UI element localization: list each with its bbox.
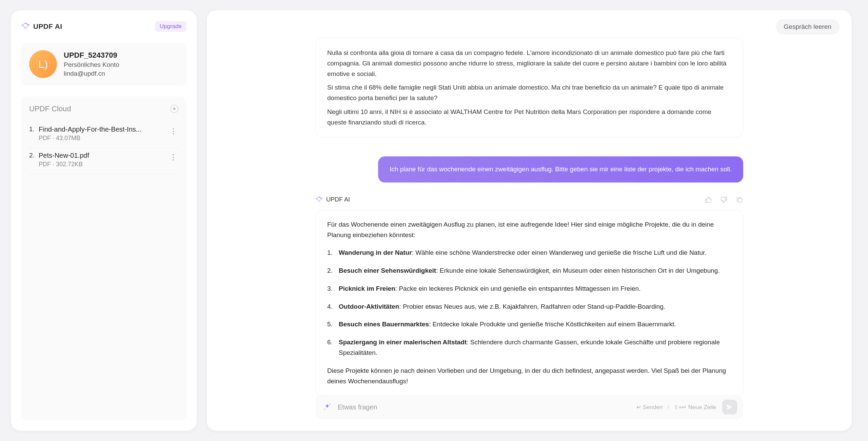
- copy-button[interactable]: [736, 196, 743, 204]
- file-item[interactable]: 2. Pets-New-01.pdf PDF · 302.72KB ⋮: [29, 148, 178, 174]
- user-message: Ich plane für das wochenende einen zweit…: [378, 156, 743, 183]
- sidebar: UPDF AI Upgrade L) UPDF_5243709 Persönli…: [11, 10, 197, 431]
- item-text: Picknick im Freien: Packe ein leckeres P…: [339, 284, 640, 294]
- sidebar-header: UPDF AI Upgrade: [21, 21, 186, 32]
- logo-icon: [21, 22, 30, 31]
- file-name: Find-and-Apply-For-the-Best-Ins...: [39, 126, 165, 133]
- file-item[interactable]: 1. Find-and-Apply-For-the-Best-Ins... PD…: [29, 122, 178, 148]
- assistant-paragraph: Nulla si confronta alla gioia di tornare…: [327, 48, 731, 79]
- file-meta: PDF · 302.72KB: [39, 161, 165, 168]
- account-type: Persönliches Konto: [64, 61, 119, 69]
- chat-area: Nulla si confronta alla gioia di tornare…: [207, 38, 852, 395]
- thumbs-up-button[interactable]: [705, 196, 712, 204]
- file-name: Pets-New-01.pdf: [39, 152, 165, 159]
- add-file-button[interactable]: +: [170, 105, 178, 113]
- item-number: 5.: [327, 319, 335, 330]
- response-logo-text: UPDF AI: [326, 196, 350, 203]
- cloud-title: UPDF Cloud: [29, 104, 71, 113]
- input-bar: ↵ Senden / ⇧+↵ Neue Zeile: [207, 395, 852, 431]
- svg-point-2: [324, 409, 325, 410]
- response-item: 1.Wanderung in der Natur: Wähle eine sch…: [327, 248, 731, 258]
- assistant-paragraph: Negli ultimi 10 anni, il NIH si è associ…: [327, 107, 731, 128]
- item-number: 4.: [327, 302, 335, 312]
- response-outro: Diese Projekte können je nach deinen Vor…: [327, 366, 731, 387]
- response-item: 5.Besuch eines Bauernmarktes: Entdecke l…: [327, 319, 731, 330]
- upgrade-button[interactable]: Upgrade: [155, 21, 186, 32]
- input-hints: ↵ Senden / ⇧+↵ Neue Zeile: [636, 404, 716, 411]
- thumbs-down-button[interactable]: [720, 196, 728, 204]
- file-index: 2.: [29, 152, 36, 159]
- response-list: 1.Wanderung in der Natur: Wähle eine sch…: [327, 248, 731, 358]
- response-intro: Für das Wochenende einen zweitägigen Aus…: [327, 219, 731, 241]
- item-number: 1.: [327, 248, 335, 258]
- chat-input[interactable]: [338, 403, 630, 411]
- item-number: 3.: [327, 284, 335, 294]
- item-text: Besuch einer Sehenswürdigkeit: Erkunde e…: [339, 266, 720, 276]
- send-hint: ↵ Senden: [636, 404, 663, 411]
- item-text: Spaziergang in einer malerischen Altstad…: [339, 337, 731, 358]
- account-email: linda@updf.cn: [64, 70, 119, 77]
- svg-rect-0: [738, 198, 742, 202]
- logo-text: UPDF AI: [33, 22, 62, 31]
- item-text: Outdoor-Aktivitäten: Probier etwas Neues…: [339, 302, 665, 312]
- item-text: Wanderung in der Natur: Wähle eine schön…: [339, 248, 707, 258]
- file-body: Find-and-Apply-For-the-Best-Ins... PDF ·…: [39, 126, 165, 142]
- response-item: 2.Besuch einer Sehenswürdigkeit: Erkunde…: [327, 266, 731, 276]
- response-actions: [705, 196, 743, 204]
- user-message-row: Ich plane für das wochenende einen zweit…: [315, 156, 743, 183]
- file-meta: PDF · 43.07MB: [39, 135, 165, 142]
- account-name: UPDF_5243709: [64, 51, 119, 60]
- clear-chat-button[interactable]: Gespräch leeren: [776, 19, 840, 35]
- response-header: UPDF AI: [315, 196, 743, 204]
- input-container: ↵ Senden / ⇧+↵ Neue Zeile: [315, 395, 743, 419]
- main-header: Gespräch leeren: [207, 10, 852, 38]
- file-more-button[interactable]: ⋮: [168, 126, 178, 137]
- cloud-card: UPDF Cloud + 1. Find-and-Apply-For-the-B…: [21, 96, 186, 420]
- newline-hint: ⇧+↵ Neue Zeile: [674, 404, 716, 411]
- assistant-response: Für das Wochenende einen zweitägigen Aus…: [315, 210, 743, 395]
- send-button[interactable]: [722, 400, 737, 415]
- main-panel: Gespräch leeren Nulla si confronta alla …: [207, 10, 852, 431]
- logo-icon: [315, 196, 323, 204]
- response-item: 4.Outdoor-Aktivitäten: Probier etwas Neu…: [327, 302, 731, 312]
- item-text: Besuch eines Bauernmarktes: Entdecke lok…: [339, 319, 676, 330]
- account-card[interactable]: L) UPDF_5243709 Persönliches Konto linda…: [21, 43, 186, 85]
- file-body: Pets-New-01.pdf PDF · 302.72KB: [39, 152, 165, 168]
- account-info: UPDF_5243709 Persönliches Konto linda@up…: [64, 51, 119, 77]
- avatar: L): [29, 50, 57, 78]
- item-number: 6.: [327, 337, 335, 358]
- sparkle-icon: [323, 403, 332, 411]
- logo: UPDF AI: [21, 22, 62, 31]
- response-item: 3.Picknick im Freien: Packe ein leckeres…: [327, 284, 731, 294]
- file-more-button[interactable]: ⋮: [168, 152, 178, 163]
- file-index: 1.: [29, 126, 36, 133]
- response-item: 6.Spaziergang in einer malerischen Altst…: [327, 337, 731, 358]
- item-number: 2.: [327, 266, 335, 276]
- hint-separator: /: [667, 404, 669, 410]
- assistant-message: Nulla si confronta alla gioia di tornare…: [315, 38, 743, 137]
- svg-point-1: [329, 404, 330, 405]
- assistant-paragraph: Si stima che il 68% delle famiglie negli…: [327, 82, 731, 103]
- cloud-header: UPDF Cloud +: [29, 104, 178, 113]
- response-logo: UPDF AI: [315, 196, 350, 204]
- file-list: 1. Find-and-Apply-For-the-Best-Ins... PD…: [29, 122, 178, 174]
